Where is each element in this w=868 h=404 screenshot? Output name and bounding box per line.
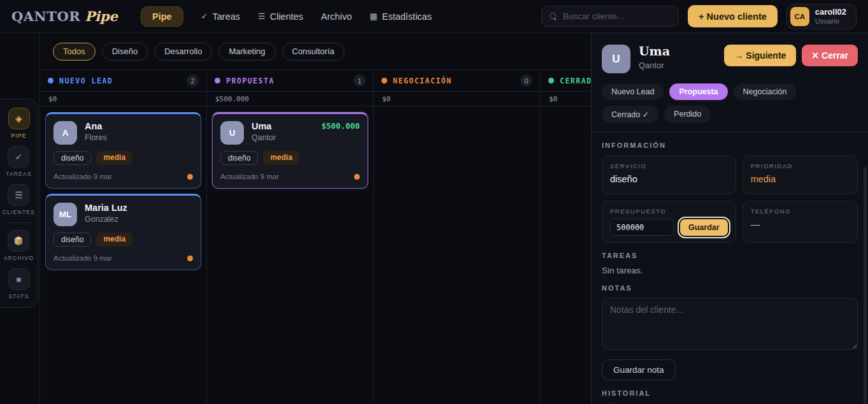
profile-role: Usuario	[815, 17, 846, 25]
stage-chip-nuevo-lead[interactable]: Nuevo Lead	[602, 83, 664, 100]
service-tag: diseño	[53, 233, 91, 247]
client-last-name: Flores	[85, 133, 107, 142]
presupuesto-label: PRESUPUESTO	[610, 208, 728, 215]
search-input[interactable]	[563, 11, 676, 21]
stage-selector: Nuevo Lead Propuesta Negociación Cerrado…	[602, 83, 858, 123]
sidebar-item-clientes[interactable]: ☰ CLIENTES	[3, 184, 35, 215]
info-card-prioridad: PRIORIDAD media	[743, 155, 858, 194]
client-search[interactable]	[541, 6, 679, 27]
priority-dot-icon	[187, 256, 193, 261]
pipe-diamond-icon: ◈	[8, 108, 30, 129]
sidebar-item-archivo[interactable]: ARCHIVO	[4, 230, 34, 261]
budget-row: Guardar	[610, 219, 728, 236]
stage-chip-propuesta[interactable]: Propuesta	[669, 83, 727, 100]
next-stage-button[interactable]: → Siguiente	[724, 45, 796, 66]
nav-tab-tareas-label: Tareas	[213, 11, 241, 22]
servicio-value: diseño	[610, 174, 728, 184]
card-header: U Uma Qantor $500.000	[220, 121, 360, 145]
sidebar-item-tareas[interactable]: ✓ TAREAS	[6, 146, 32, 177]
info-card-servicio: SERVICIO diseño	[602, 155, 736, 194]
stage-chip-negociacion[interactable]: Negociación	[734, 83, 797, 100]
stage-chip-cerrado[interactable]: Cerrado ✓	[602, 106, 658, 123]
telefono-label: TELÉFONO	[751, 208, 850, 215]
nav-tab-tareas[interactable]: ✓ Tareas	[201, 11, 240, 22]
avatar: A	[53, 121, 77, 145]
nav-tab-pipe-label: Pipe	[152, 11, 172, 22]
column-propuesta-header: PROPUESTA 1	[207, 70, 373, 92]
column-negociacion: NEGOCIACIÓN 0 $0	[374, 70, 541, 404]
service-tag: diseño	[53, 151, 91, 165]
check-icon: ✓	[201, 11, 208, 21]
section-title-informacion: INFORMACIÓN	[602, 141, 858, 149]
stage-dot	[548, 78, 554, 83]
updated-label: Actualizado 9 mar	[53, 173, 112, 180]
tasks-empty-text: Sin tareas.	[602, 266, 858, 275]
stats-square-icon: ■	[8, 268, 30, 290]
panel-actions: → Siguiente ✕ Cerrar	[724, 45, 858, 66]
client-card-maria-luz[interactable]: ML Maria Luz Gonzalez diseño media Actua…	[45, 194, 201, 270]
card-header: ML Maria Luz Gonzalez	[53, 203, 193, 226]
column-title: PROPUESTA	[226, 76, 274, 85]
filter-marketing[interactable]: Marketing	[218, 43, 275, 61]
nav-tab-estadisticas[interactable]: ▦ Estadísticas	[369, 11, 431, 22]
priority-dot-icon	[354, 174, 360, 180]
column-total: $0	[40, 92, 206, 106]
sidebar-item-pipe[interactable]: ◈ PIPE	[8, 108, 30, 139]
column-cards	[374, 106, 540, 118]
priority-tag: media	[263, 151, 299, 165]
filter-diseno[interactable]: Diseño	[102, 43, 148, 61]
package-box-icon-svg	[13, 236, 24, 246]
servicio-label: SERVICIO	[610, 162, 728, 170]
updated-label: Actualizado 9 mar	[53, 254, 112, 262]
column-count-badge: 0	[520, 75, 532, 87]
client-first-name: Ana	[85, 121, 107, 132]
profile-text: caroll02 Usuario	[815, 8, 846, 25]
stage-chip-perdido[interactable]: Perdido	[664, 106, 711, 123]
save-budget-button[interactable]: Guardar	[680, 219, 728, 236]
top-navbar: QANTOR Pipe Pipe ✓ Tareas ☰ Clientes Arc…	[0, 0, 868, 33]
filter-todos[interactable]: Todos	[53, 43, 96, 61]
list-icon: ☰	[258, 11, 266, 21]
budget-input[interactable]	[610, 219, 674, 236]
nav-tab-archivo-label: Archivo	[321, 11, 352, 22]
section-title-historial: HISTORIAL	[602, 389, 858, 397]
client-card-uma-selected[interactable]: U Uma Qantor $500.000 diseño media	[212, 112, 368, 189]
profile-chip[interactable]: CA caroll02 Usuario	[786, 4, 857, 29]
stage-dot	[48, 78, 53, 83]
client-card-ana[interactable]: A Ana Flores diseño media Actualizado 9 …	[45, 112, 201, 189]
nav-tab-estadisticas-label: Estadísticas	[382, 11, 432, 22]
panel-scrollbar[interactable]	[864, 167, 867, 404]
save-note-button[interactable]: Guardar nota	[602, 359, 676, 380]
new-client-button[interactable]: + Nuevo cliente	[688, 5, 778, 27]
filter-desarrollo[interactable]: Desarrollo	[154, 43, 212, 61]
nav-tab-pipe[interactable]: Pipe	[141, 6, 183, 27]
priority-dot-icon	[187, 174, 193, 180]
avatar: U	[220, 121, 244, 145]
card-footer: Actualizado 9 mar	[53, 254, 193, 262]
notes-textarea[interactable]	[602, 298, 858, 350]
column-negociacion-header: NEGOCIACIÓN 0	[374, 70, 540, 92]
client-detail-panel: U Uma Qantor → Siguiente ✕ Cerrar Nuevo …	[591, 33, 868, 404]
close-panel-button[interactable]: ✕ Cerrar	[802, 45, 858, 66]
profile-avatar: CA	[790, 7, 809, 26]
card-header: A Ana Flores	[53, 121, 193, 145]
profile-username: caroll02	[815, 8, 846, 17]
brand-name: QANTOR	[11, 8, 80, 24]
brand-logo: QANTOR Pipe	[11, 8, 118, 24]
nav-tab-archivo[interactable]: Archivo	[321, 11, 352, 22]
info-grid: SERVICIO diseño PRIORIDAD media PRESUPUE…	[602, 155, 858, 243]
panel-client-names: Uma Qantor	[639, 45, 670, 70]
priority-tag: media	[96, 151, 132, 165]
section-title-notas: NOTAS	[602, 284, 858, 292]
prioridad-value: media	[751, 174, 850, 184]
column-title: NUEVO LEAD	[59, 76, 113, 85]
sidebar-divider	[6, 222, 32, 223]
info-card-presupuesto: PRESUPUESTO Guardar	[602, 201, 736, 243]
telefono-value: —	[751, 219, 850, 229]
filter-consultoria[interactable]: Consultoría	[282, 43, 345, 61]
sidebar-item-stats[interactable]: ■ STATS	[8, 268, 30, 299]
nav-tab-clientes[interactable]: ☰ Clientes	[258, 11, 303, 22]
app-root: QANTOR Pipe Pipe ✓ Tareas ☰ Clientes Arc…	[0, 0, 868, 404]
check-icon: ✓	[8, 146, 29, 168]
sidebar-item-clientes-label: CLIENTES	[3, 209, 35, 215]
